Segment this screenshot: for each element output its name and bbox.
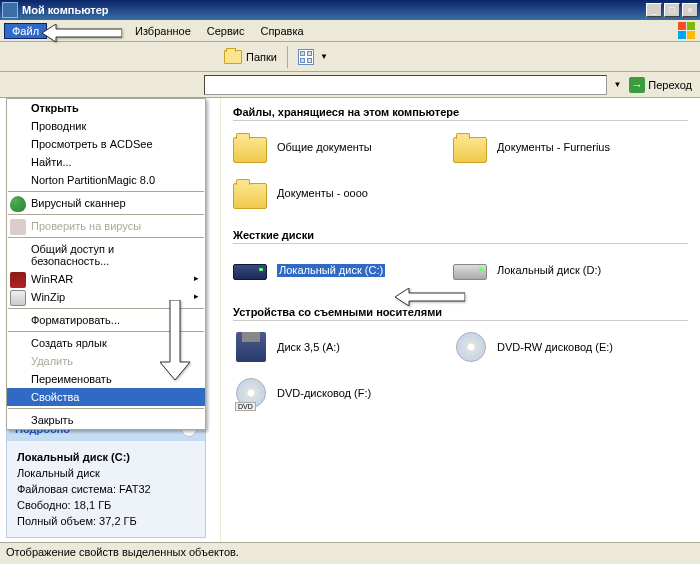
folders-button[interactable]: Папки — [220, 48, 281, 66]
menu-check-viruses: Проверить на вирусы — [7, 217, 205, 235]
removable-section: Диск 3,5 (A:) DVD-RW дисковод (E:) DVD-д… — [233, 329, 688, 411]
menu-properties[interactable]: Свойства — [7, 388, 205, 406]
menu-winzip[interactable]: WinZip — [7, 288, 205, 306]
winzip-icon — [10, 290, 26, 306]
menu-tools[interactable]: Сервис — [199, 23, 253, 39]
address-dropdown-icon[interactable]: ▼ — [613, 80, 621, 89]
hdd-icon — [453, 252, 489, 288]
menu-winrar[interactable]: WinRAR — [7, 270, 205, 288]
minimize-button[interactable]: _ — [646, 3, 662, 17]
winrar-icon — [10, 272, 26, 288]
hdd-section: Локальный диск (C:) Локальный диск (D:) — [233, 252, 688, 288]
menu-separator — [8, 237, 204, 238]
folder-oooo-documents[interactable]: Документы - oooo — [233, 175, 433, 211]
menu-separator — [8, 191, 204, 192]
menu-acdsee[interactable]: Просмотреть в ACDSee — [7, 135, 205, 153]
item-label: Диск 3,5 (A:) — [277, 341, 340, 354]
menu-help[interactable]: Справка — [252, 23, 311, 39]
details-panel: Подробно ⌃ Локальный диск (C:) Локальный… — [6, 416, 206, 538]
folder-icon — [224, 50, 242, 64]
item-label: Общие документы — [277, 141, 372, 154]
menu-separator — [8, 308, 204, 309]
windows-logo-icon — [678, 22, 696, 40]
drive-d[interactable]: Локальный диск (D:) — [453, 252, 653, 288]
window-buttons: _ □ × — [646, 3, 698, 17]
menu-rename[interactable]: Переименовать — [7, 370, 205, 388]
item-label-selected: Локальный диск (C:) — [277, 264, 385, 277]
cd-icon — [453, 329, 489, 365]
drive-e[interactable]: DVD-RW дисковод (E:) — [453, 329, 653, 365]
shield-icon — [10, 196, 26, 212]
details-free-space: Свободно: 18,1 ГБ — [17, 497, 195, 513]
statusbar: Отображение свойств выделенных объектов. — [0, 542, 700, 564]
menu-delete: Удалить — [7, 352, 205, 370]
menu-file[interactable]: Файл — [4, 23, 47, 39]
app-icon — [2, 2, 18, 18]
go-button[interactable]: → Переход — [625, 76, 696, 94]
details-total-size: Полный объем: 37,2 ГБ — [17, 513, 195, 529]
address-field[interactable] — [204, 75, 607, 95]
menu-find[interactable]: Найти... — [7, 153, 205, 171]
files-section: Общие документы Документы - Furnerius До… — [233, 129, 688, 211]
menu-norton[interactable]: Norton PartitionMagic 8.0 — [7, 171, 205, 189]
maximize-button[interactable]: □ — [664, 3, 680, 17]
folder-icon — [453, 129, 489, 165]
folder-shared-documents[interactable]: Общие документы — [233, 129, 433, 165]
item-label: Документы - Furnerius — [497, 141, 610, 154]
addressbar: ▼ → Переход — [0, 72, 700, 98]
item-label: DVD-дисковод (F:) — [277, 387, 371, 400]
folder-icon — [233, 175, 269, 211]
menu-share-security[interactable]: Общий доступ и безопасность... — [7, 240, 205, 270]
details-body: Локальный диск (C:) Локальный диск Файло… — [7, 441, 205, 537]
titlebar: Мой компьютер _ □ × — [0, 0, 700, 20]
menu-create-shortcut[interactable]: Создать ярлык — [7, 334, 205, 352]
go-arrow-icon: → — [629, 77, 645, 93]
section-hdd-title: Жесткие диски — [233, 229, 688, 244]
main-pane: Файлы, хранящиеся на этом компьютере Общ… — [220, 98, 700, 564]
drive-f[interactable]: DVD-дисковод (F:) — [233, 375, 433, 411]
chevron-down-icon: ▼ — [320, 52, 328, 61]
close-button[interactable]: × — [682, 3, 698, 17]
dvd-icon — [233, 375, 269, 411]
views-button[interactable]: ▼ — [294, 47, 332, 67]
content-area: Открыть Проводник Просмотреть в ACDSee Н… — [0, 98, 700, 564]
window-title: Мой компьютер — [22, 4, 646, 16]
menu-close[interactable]: Закрыть — [7, 411, 205, 429]
menu-separator — [8, 408, 204, 409]
menubar: Файл Избранное Сервис Справка — [0, 20, 700, 42]
section-removable-title: Устройства со съемными носителями — [233, 306, 688, 321]
drive-a[interactable]: Диск 3,5 (A:) — [233, 329, 433, 365]
details-drive-name: Локальный диск (C:) — [17, 449, 195, 465]
menu-favorites[interactable]: Избранное — [127, 23, 199, 39]
item-label: Локальный диск (D:) — [497, 264, 601, 277]
folders-label: Папки — [246, 51, 277, 63]
menu-separator — [8, 331, 204, 332]
menu-open[interactable]: Открыть — [7, 99, 205, 117]
av-icon — [10, 219, 26, 235]
item-label: Документы - oooo — [277, 187, 368, 200]
section-files-title: Файлы, хранящиеся на этом компьютере — [233, 106, 688, 121]
file-menu-dropdown: Открыть Проводник Просмотреть в ACDSee Н… — [6, 98, 206, 430]
toolbar: Папки ▼ — [0, 42, 700, 72]
floppy-icon — [233, 329, 269, 365]
statusbar-text: Отображение свойств выделенных объектов. — [6, 546, 239, 558]
views-icon — [298, 49, 314, 65]
folder-icon — [233, 129, 269, 165]
go-label: Переход — [648, 79, 692, 91]
details-filesystem: Файловая система: FAT32 — [17, 481, 195, 497]
menu-virus-scanner[interactable]: Вирусный сканнер — [7, 194, 205, 212]
menu-format[interactable]: Форматировать... — [7, 311, 205, 329]
item-label: DVD-RW дисковод (E:) — [497, 341, 613, 354]
details-drive-type: Локальный диск — [17, 465, 195, 481]
menu-explorer[interactable]: Проводник — [7, 117, 205, 135]
hdd-icon — [233, 252, 269, 288]
folder-user-documents[interactable]: Документы - Furnerius — [453, 129, 653, 165]
menu-separator — [8, 214, 204, 215]
drive-c[interactable]: Локальный диск (C:) — [233, 252, 433, 288]
